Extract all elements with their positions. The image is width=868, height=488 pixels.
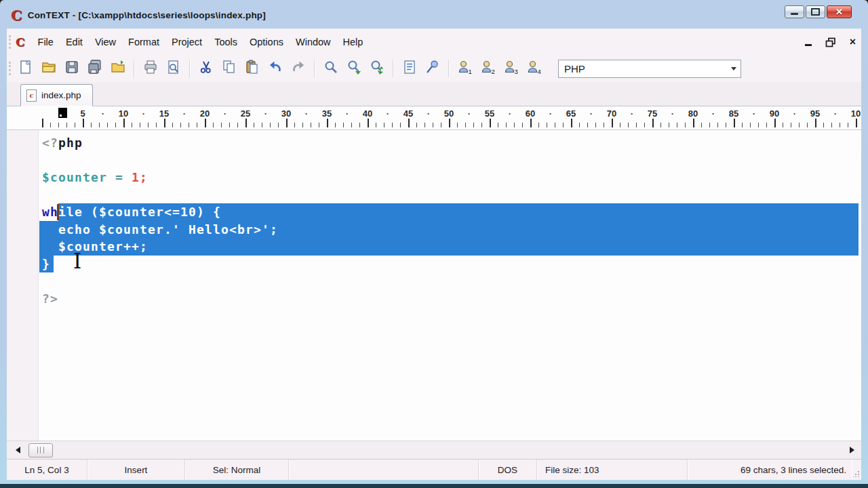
close-button[interactable]: ✕ (827, 5, 852, 18)
ruler-dot: · (590, 108, 593, 119)
menu-item-file[interactable]: File (32, 34, 60, 50)
scrollbar-thumb[interactable] (28, 443, 53, 458)
code-templates-icon (401, 59, 418, 78)
scroll-right-icon (850, 447, 854, 453)
code-line: echo $counter.' Hello<br>'; (7, 221, 861, 239)
copy-button[interactable] (220, 59, 239, 78)
user-command-1-button[interactable]: 1 (456, 59, 475, 78)
client-area: C FileEditViewFormatProjectToolsOptionsW… (7, 28, 861, 480)
ruler-dot: · (671, 108, 674, 119)
user-command-2-icon: 2 (480, 59, 496, 78)
code-line: $counter = 1; (7, 169, 861, 186)
code-token: $counter++; (42, 239, 148, 253)
ruler-label: 60 (526, 108, 535, 119)
code-line: ?> (7, 290, 861, 308)
maximize-button[interactable] (806, 5, 825, 18)
menubar-grip[interactable] (9, 35, 11, 49)
menu-item-project[interactable]: Project (165, 34, 208, 50)
toolbar-grip[interactable] (9, 62, 11, 75)
find-replace-button[interactable] (368, 59, 387, 78)
user-command-2-button[interactable]: 2 (479, 59, 498, 78)
context-editor-window: C ConTEXT - [C:\xampp\htdocs\series\loop… (0, 0, 868, 488)
toolbar-separator (314, 60, 315, 77)
code-token: <? (42, 136, 58, 150)
print-preview-button[interactable] (164, 59, 183, 78)
pin-button[interactable] (423, 59, 442, 78)
horizontal-scrollbar[interactable] (7, 441, 861, 459)
print-preview-icon (165, 59, 182, 78)
ruler-dot: · (183, 108, 186, 119)
ruler-dot: · (305, 108, 308, 119)
minimize-button[interactable] (785, 5, 804, 18)
menu-item-window[interactable]: Window (290, 34, 337, 50)
menu-item-tools[interactable]: Tools (208, 34, 243, 50)
mdi-close-button[interactable]: × (850, 37, 856, 47)
code-editor[interactable]: <?php$counter = 1;while ($counter<=10) {… (7, 130, 861, 441)
save-all-button[interactable] (85, 59, 104, 78)
svg-text:2: 2 (492, 68, 495, 75)
tab-index-php[interactable]: c index.php (20, 84, 93, 106)
menu-item-options[interactable]: Options (243, 34, 290, 50)
code-line (7, 186, 861, 204)
menu-item-help[interactable]: Help (337, 34, 370, 50)
ruler-label: 5 (80, 108, 85, 119)
mdi-restore-button[interactable] (825, 37, 836, 47)
open-file-button[interactable] (39, 59, 58, 78)
menu-item-edit[interactable]: Edit (60, 34, 89, 50)
code-line: $counter++; (7, 238, 861, 256)
toolbar-separator (189, 60, 191, 77)
toolbar-separator (134, 60, 135, 77)
document-logo-icon: C (16, 35, 25, 49)
ruler-label: 85 (729, 108, 738, 119)
code-token: ile (58, 205, 83, 219)
find-next-button[interactable] (344, 59, 363, 78)
ruler-dot: · (834, 108, 837, 119)
copy-icon (221, 59, 237, 78)
mdi-restore-icon (825, 37, 836, 47)
user-command-3-button[interactable]: 3 (502, 59, 521, 78)
menu-item-format[interactable]: Format (122, 34, 165, 50)
redo-button[interactable] (289, 59, 308, 78)
ruler-label: 40 (363, 108, 372, 119)
svg-text:1: 1 (469, 68, 472, 75)
new-file-button[interactable] (16, 59, 35, 78)
menu-item-view[interactable]: View (89, 34, 122, 50)
print-button[interactable] (141, 59, 160, 78)
ruler-dot: · (509, 108, 511, 119)
cut-button[interactable] (197, 59, 216, 78)
ruler-label: 90 (770, 108, 779, 119)
code-token: $counter (42, 170, 107, 184)
code-templates-button[interactable] (400, 59, 419, 78)
ruler-dot: · (549, 108, 552, 119)
mdi-minimize-button[interactable] (805, 39, 812, 46)
code-token (107, 170, 115, 184)
new-file-icon (18, 59, 34, 78)
undo-button[interactable] (266, 59, 285, 78)
status-selection-mode: Sel: Normal (185, 460, 289, 480)
ruler-dot: · (142, 108, 145, 119)
ruler-label: 15 (159, 108, 169, 119)
save-button[interactable] (62, 59, 81, 78)
ruler-dot: · (753, 108, 755, 119)
scroll-right-button[interactable] (845, 443, 859, 457)
save-all-icon (87, 59, 103, 78)
ruler-label: 95 (810, 108, 820, 119)
ruler-label: 45 (403, 108, 413, 119)
scroll-left-icon (16, 447, 20, 453)
paste-button[interactable] (243, 59, 262, 78)
user-command-4-button[interactable]: 4 (525, 59, 544, 78)
find-button[interactable] (321, 59, 340, 78)
svg-text:3: 3 (515, 68, 518, 75)
ruler-label: 20 (200, 108, 210, 119)
ruler-dot: · (346, 108, 349, 119)
code-line: <?php (7, 134, 861, 152)
open-folder-button[interactable] (108, 59, 127, 78)
paste-icon (244, 59, 260, 78)
highlighter-select[interactable]: PHP (558, 60, 741, 78)
scroll-left-button[interactable] (11, 443, 24, 457)
undo-icon (267, 59, 283, 78)
thumb-grip-icon (37, 447, 44, 453)
find-replace-icon (369, 59, 385, 78)
dropdown-arrow-icon[interactable] (727, 60, 741, 77)
menu-items: FileEditViewFormatProjectToolsOptionsWin… (32, 34, 370, 50)
